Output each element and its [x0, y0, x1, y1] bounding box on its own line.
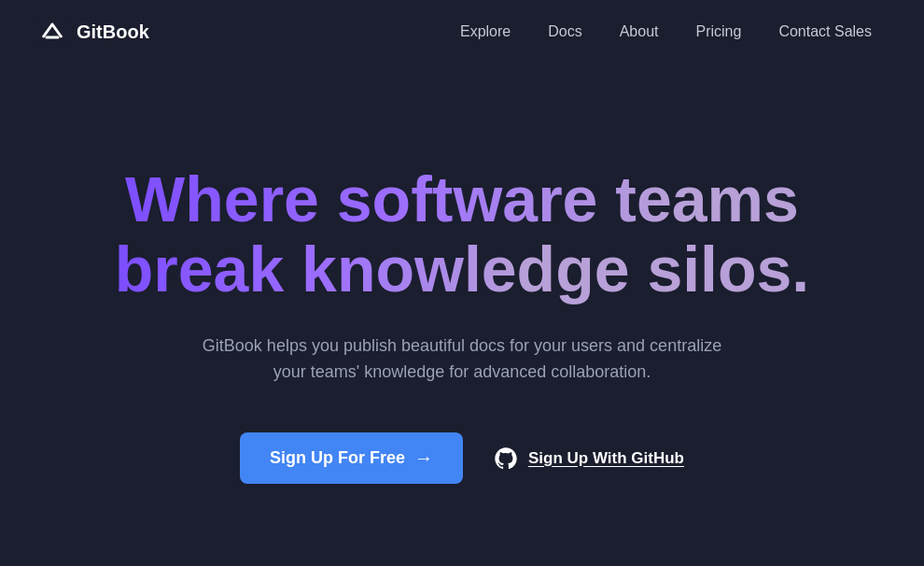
nav-contact-sales[interactable]: Contact Sales: [763, 16, 887, 48]
signup-free-label: Sign Up For Free: [270, 448, 405, 468]
hero-title: Where software teams break knowledge sil…: [115, 164, 810, 304]
github-icon: [493, 446, 519, 472]
signup-github-button[interactable]: Sign Up With GitHub: [493, 446, 684, 472]
nav-pricing[interactable]: Pricing: [680, 16, 756, 48]
arrow-icon: →: [414, 447, 433, 469]
hero-title-line2: break knowledge silos.: [115, 234, 810, 304]
logo[interactable]: GitBook: [37, 17, 149, 47]
nav-links: Explore Docs About Pricing Contact Sales: [445, 16, 887, 48]
signup-free-button[interactable]: Sign Up For Free →: [240, 432, 463, 484]
signup-github-label: Sign Up With GitHub: [528, 449, 684, 468]
nav-docs[interactable]: Docs: [533, 16, 596, 48]
hero-subtitle: GitBook helps you publish beautiful docs…: [191, 333, 733, 387]
hero-title-line2-end: silos.: [630, 233, 810, 304]
hero-title-line1: Where software teams: [115, 164, 810, 234]
navbar: GitBook Explore Docs About Pricing Conta…: [0, 0, 924, 64]
svg-rect-0: [37, 17, 67, 47]
logo-text: GitBook: [77, 21, 149, 43]
gitbook-logo-icon: [37, 17, 67, 47]
hero-section: Where software teams break knowledge sil…: [0, 64, 924, 566]
hero-title-line2-start: break knowledge: [115, 233, 630, 304]
hero-cta-container: Sign Up For Free → Sign Up With GitHub: [240, 432, 684, 484]
nav-explore[interactable]: Explore: [445, 16, 525, 48]
nav-about[interactable]: About: [605, 16, 674, 48]
